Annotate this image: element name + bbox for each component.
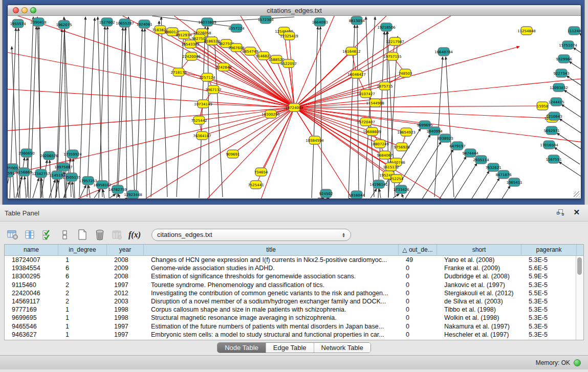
graph-node-teal[interactable]: 1962075 [56, 20, 72, 29]
graph-node-yellow[interactable]: 2718176 [170, 68, 187, 76]
citation-edge-black[interactable] [569, 61, 581, 78]
window-resize-grip[interactable] [574, 191, 580, 198]
table-row[interactable]: 969969511998Structural magnetic resonanc… [5, 314, 583, 322]
graph-node-teal[interactable]: 12093832 [550, 83, 568, 92]
graph-node-teal[interactable]: 7632621 [485, 163, 501, 171]
citation-edge-black[interactable] [103, 189, 104, 198]
graph-node-yellow[interactable]: 11254848 [517, 27, 536, 35]
new-table-icon[interactable] [75, 228, 90, 242]
graph-node-yellow[interactable]: 748503 [399, 69, 412, 77]
graph-node-teal[interactable]: 1733426 [393, 185, 409, 193]
graph-node-yellow[interactable]: 1875715 [377, 82, 393, 90]
graph-node-teal[interactable]: 1210643 [546, 112, 562, 120]
graph-node-teal[interactable]: 2935114 [473, 156, 489, 164]
graph-node-yellow[interactable]: 7525442 [191, 116, 207, 124]
network-canvas[interactable]: 1872400771638228860128891293418226058982… [8, 16, 581, 199]
graph-node-yellow[interactable]: 9756928 [394, 143, 409, 151]
graph-node-teal[interactable]: 12342757 [32, 169, 50, 178]
citation-edge-black[interactable] [151, 21, 159, 197]
citation-edge-red[interactable] [8, 107, 294, 180]
citation-edge-red[interactable] [84, 16, 294, 107]
citation-edge-black[interactable] [441, 163, 477, 199]
citation-edge-black[interactable] [208, 27, 209, 198]
graph-node-teal[interactable]: 16648784 [434, 48, 453, 56]
graph-node-yellow[interactable]: 4257124 [199, 73, 215, 81]
graph-node-teal[interactable]: 8357224 [228, 24, 245, 32]
graph-node-teal[interactable]: 1816044 [349, 191, 365, 199]
citation-edge-red[interactable] [8, 87, 294, 107]
citation-edge-black[interactable] [453, 171, 489, 199]
graph-node-teal[interactable]: 8813054 [349, 16, 365, 25]
citation-edge-black[interactable] [405, 142, 441, 199]
tab-edge-table[interactable]: Edge Table [266, 343, 314, 353]
graph-node-yellow[interactable]: 252254 [390, 174, 404, 183]
column-header-year[interactable]: year [107, 245, 144, 255]
graph-node-teal[interactable]: 9227343 [553, 69, 569, 77]
graph-node-teal[interactable]: 1156869 [16, 168, 32, 176]
citation-edge-red[interactable] [8, 16, 294, 107]
graph-node-yellow[interactable]: 8522057 [280, 59, 296, 68]
table-row[interactable]: 911546021997Tourette syndrome. Phenomeno… [5, 281, 583, 289]
tab-network-table[interactable]: Network Table [314, 343, 371, 353]
graph-node-teal[interactable]: 1955574 [10, 19, 26, 28]
graph-node-yellow[interactable]: 3967137 [205, 85, 221, 94]
float-panel-icon[interactable] [557, 209, 564, 216]
graph-node-teal[interactable]: 9474444 [462, 149, 478, 157]
graph-node-yellow[interactable]: 8912934 [176, 31, 192, 39]
graph-node-teal[interactable]: 8471876 [495, 170, 512, 179]
citation-edge-black[interactable] [464, 178, 499, 199]
graph-node-yellow[interactable]: 12217987 [386, 37, 404, 46]
citation-edge-black[interactable] [110, 194, 116, 198]
citation-edge-black[interactable] [152, 16, 236, 27]
citation-edge-black[interactable] [89, 185, 90, 198]
citation-edge-black[interactable] [559, 162, 581, 179]
citation-edge-red[interactable] [294, 107, 391, 167]
graph-node-yellow[interactable]: 909691 [226, 150, 240, 158]
citation-edge-black[interactable] [379, 189, 381, 198]
graph-node-teal[interactable]: 14196141 [369, 180, 388, 188]
table-row[interactable]: 946362711997Embryonic stem cells: a mode… [5, 331, 583, 339]
graph-node-teal[interactable]: 6479197 [449, 142, 465, 150]
table-row[interactable]: 2242004622012Investigating the contribut… [5, 289, 583, 297]
table-scrollbar[interactable] [576, 256, 583, 340]
table-settings-icon[interactable] [5, 228, 20, 242]
citation-edge-red[interactable] [224, 67, 294, 107]
graph-node-teal[interactable]: 1244415 [548, 98, 564, 106]
citation-edge-red[interactable] [294, 107, 315, 140]
table-row[interactable]: 1830029562008Estimation of significance … [5, 272, 583, 280]
citation-edge-black[interactable] [79, 17, 85, 197]
table-row[interactable]: 1938455462009Genome-wide association stu… [5, 264, 583, 272]
citation-edge-black[interactable] [72, 182, 74, 198]
graph-node-teal[interactable]: 1167551 [546, 155, 561, 163]
graph-node-yellow[interactable]: 1615132 [383, 163, 399, 171]
graph-node-teal[interactable]: 17016504 [540, 141, 558, 149]
citation-edge-red[interactable] [294, 51, 352, 107]
graph-node-teal[interactable]: 1527602 [99, 18, 115, 26]
table-selector-dropdown[interactable]: citations_edges.txt ▲▼ [151, 229, 351, 241]
citation-edge-black[interactable] [145, 29, 146, 198]
citation-edge-black[interactable] [561, 104, 581, 121]
graph-node-yellow[interactable]: 16164612 [342, 47, 361, 55]
graph-node-yellow[interactable]: 10107427 [357, 90, 375, 98]
column-select-icon[interactable] [23, 228, 38, 242]
graph-node-teal[interactable]: 20206576 [40, 151, 58, 160]
citation-edge-black[interactable] [210, 17, 294, 22]
citation-edge-black[interactable] [573, 48, 581, 64]
citation-edge-black[interactable] [49, 180, 55, 198]
graph-node-yellow[interactable]: 734654 [254, 168, 268, 176]
delete-icon[interactable] [92, 228, 107, 242]
column-header-out_de[interactable]: △ out_de... [399, 245, 437, 255]
graph-node-yellow[interactable]: 15958 [537, 102, 548, 110]
citation-edge-black[interactable] [418, 149, 453, 199]
citation-edge-black[interactable] [559, 119, 581, 136]
graph-node-teal[interactable]: 2390418 [30, 18, 46, 26]
citation-edge-black[interactable] [579, 33, 581, 50]
citation-edge-black[interactable] [446, 57, 454, 197]
select-all-icon[interactable] [40, 228, 55, 242]
graph-node-teal[interactable]: 1840994 [426, 127, 443, 135]
citation-edge-red[interactable] [294, 107, 366, 199]
graph-node-yellow[interactable]: 18654923 [397, 128, 416, 136]
column-header-short[interactable]: short [437, 245, 521, 255]
citation-edge-red[interactable] [202, 107, 294, 136]
citation-edge-red[interactable] [294, 106, 542, 107]
